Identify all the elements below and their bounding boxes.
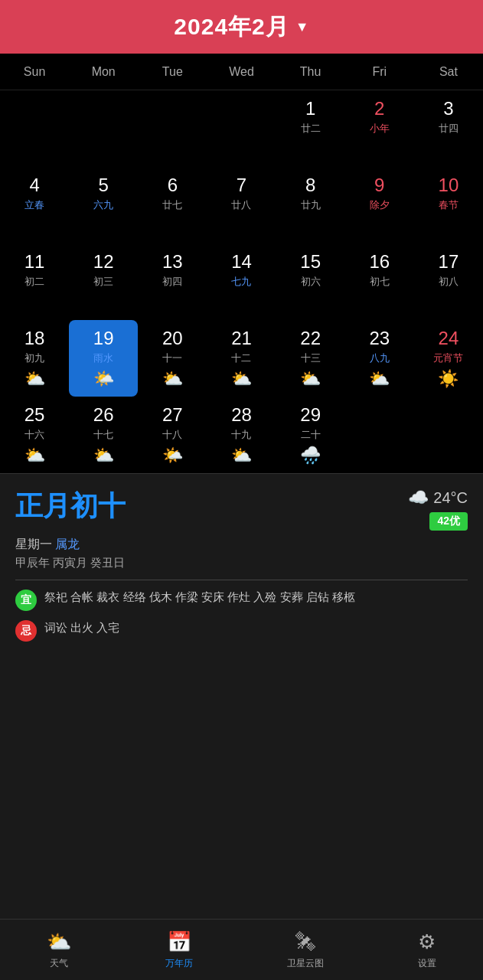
day-cell-9[interactable]: 9除夕 (345, 167, 414, 243)
weekday-zodiac-row: 星期一 属龙 (15, 537, 468, 553)
month-dropdown-arrow[interactable]: ▼ (295, 19, 309, 35)
day-number: 1 (305, 98, 315, 120)
day-cell-8[interactable]: 8廿九 (276, 167, 345, 243)
day-number: 17 (439, 251, 459, 273)
day-cell- (69, 90, 138, 167)
day-cell-3[interactable]: 3廿四 (414, 90, 483, 167)
day-cell- (207, 90, 276, 167)
day-cell-24[interactable]: 24元宵节☀️ (414, 320, 483, 397)
auspicious-row: 宜 祭祀 合帐 裁衣 经络 伐木 作梁 安床 作灶 入殓 安葬 启钻 移柩 (15, 588, 468, 611)
ganzhi-row: 甲辰年 丙寅月 癸丑日 (15, 556, 468, 570)
day-cell-28[interactable]: 28十九⛅ (207, 397, 276, 473)
day-number: 26 (93, 404, 114, 426)
day-sub-label: 廿七 (162, 198, 182, 212)
day-number: 5 (99, 175, 109, 197)
day-cell-10[interactable]: 10春节 (414, 167, 483, 243)
nav-satellite[interactable]: 🛰 卫星云图 (287, 930, 324, 970)
zodiac-label: 属龙 (55, 537, 80, 550)
month-year-title: 2024年2月 (174, 11, 289, 43)
day-sub-label: 初三 (93, 275, 113, 289)
day-cell- (138, 90, 207, 167)
day-weather-icon: ⛅ (93, 446, 114, 466)
day-cell-2[interactable]: 2小年 (345, 90, 414, 167)
day-number: 8 (305, 175, 315, 197)
day-sub-label: 十七 (93, 428, 113, 442)
day-sub-label: 初二 (24, 275, 44, 289)
day-cell-16[interactable]: 16初七 (345, 243, 414, 320)
weather-info: ☁️ 24°C 42优 (408, 488, 468, 531)
day-cell-22[interactable]: 22十三⛅ (276, 320, 345, 397)
day-sub-label: 小年 (370, 122, 390, 136)
day-number: 13 (162, 251, 183, 273)
dow-sun: Sun (0, 65, 69, 79)
day-weather-icon: ⛅ (24, 369, 45, 389)
calendar-header[interactable]: 2024年2月 ▼ (0, 0, 483, 54)
day-cell-17[interactable]: 17初八 (414, 243, 483, 320)
weeks-container: 1廿二2小年3廿四4立春5六九6廿七7廿八8廿九9除夕10春节11初二12初三1… (0, 90, 483, 473)
day-weather-icon: ⛅ (24, 446, 45, 466)
day-number: 12 (93, 251, 114, 273)
weather-nav-label: 天气 (50, 957, 68, 970)
week-row-4: 25十六⛅26十七⛅27十八🌤️28十九⛅29二十🌧️ (0, 397, 483, 473)
day-cell-23[interactable]: 23八九⛅ (345, 320, 414, 397)
day-sub-label: 十一 (162, 351, 182, 365)
day-number: 11 (24, 251, 45, 273)
day-cell-7[interactable]: 7廿八 (207, 167, 276, 243)
day-cell-21[interactable]: 21十二⛅ (207, 320, 276, 397)
day-number: 15 (300, 251, 321, 273)
day-cell-6[interactable]: 6廿七 (138, 167, 207, 243)
day-number: 24 (439, 328, 459, 350)
day-number: 14 (231, 251, 252, 273)
day-cell-1[interactable]: 1廿二 (276, 90, 345, 167)
day-cell-27[interactable]: 27十八🌤️ (138, 397, 207, 473)
temperature-value: 24°C (433, 489, 468, 507)
day-sub-label: 初六 (301, 275, 321, 289)
day-cell-11[interactable]: 11初二 (0, 243, 69, 320)
day-number: 4 (29, 175, 39, 197)
day-cell- (414, 397, 483, 473)
day-weather-icon: ⛅ (231, 446, 252, 466)
day-weather-icon: 🌤️ (162, 446, 183, 466)
day-cell-25[interactable]: 25十六⛅ (0, 397, 69, 473)
day-cell-18[interactable]: 18初九⛅ (0, 320, 69, 397)
day-cell-15[interactable]: 15初六 (276, 243, 345, 320)
day-weather-icon: 🌧️ (300, 446, 321, 466)
bottom-navigation: ⛅ 天气 📅 万年历 🛰 卫星云图 ⚙ 设置 (0, 919, 483, 980)
nav-calendar[interactable]: 📅 万年历 (165, 930, 193, 970)
day-cell-29[interactable]: 29二十🌧️ (276, 397, 345, 473)
dow-wed: Wed (207, 65, 276, 79)
day-sub-label: 初七 (370, 275, 390, 289)
info-panel: 正月初十 ☁️ 24°C 42优 星期一 属龙 甲辰年 丙寅月 癸丑日 宜 祭祀… (0, 473, 483, 919)
day-cell-19[interactable]: 19雨水🌤️ (69, 320, 138, 397)
nav-weather[interactable]: ⛅ 天气 (47, 930, 71, 970)
week-row-3: 18初九⛅19雨水🌤️20十一⛅21十二⛅22十三⛅23八九⛅24元宵节☀️ (0, 320, 483, 397)
day-sub-label: 春节 (439, 198, 459, 212)
day-weather-icon: ⛅ (231, 369, 252, 389)
cloud-icon: ☁️ (408, 488, 429, 508)
day-number: 2 (374, 98, 384, 120)
aqi-badge: 42优 (429, 512, 468, 531)
day-cell-5[interactable]: 5六九 (69, 167, 138, 243)
day-weather-icon: ⛅ (162, 369, 183, 389)
day-cell-14[interactable]: 14七九 (207, 243, 276, 320)
day-cell-4[interactable]: 4立春 (0, 167, 69, 243)
day-cell- (0, 90, 69, 167)
day-sub-label: 雨水 (93, 351, 113, 365)
day-number: 16 (369, 251, 390, 273)
nav-settings[interactable]: ⚙ 设置 (418, 930, 436, 970)
day-cell-12[interactable]: 12初三 (69, 243, 138, 320)
day-number: 19 (93, 328, 114, 350)
day-weather-icon: 🌤️ (93, 369, 114, 389)
day-number: 6 (168, 175, 178, 197)
day-cell-26[interactable]: 26十七⛅ (69, 397, 138, 473)
temperature-display: ☁️ 24°C (408, 488, 468, 508)
calendar-grid: Sun Mon Tue Wed Thu Fri Sat 1廿二2小年3廿四4立春… (0, 54, 483, 473)
day-sub-label: 廿九 (301, 198, 321, 212)
day-cell-13[interactable]: 13初四 (138, 243, 207, 320)
week-row-2: 11初二12初三13初四14七九15初六16初七17初八 (0, 243, 483, 320)
day-number: 28 (231, 404, 252, 426)
settings-nav-label: 设置 (418, 957, 436, 970)
day-of-week-row: Sun Mon Tue Wed Thu Fri Sat (0, 54, 483, 90)
day-cell-20[interactable]: 20十一⛅ (138, 320, 207, 397)
day-sub-label: 初四 (162, 275, 182, 289)
